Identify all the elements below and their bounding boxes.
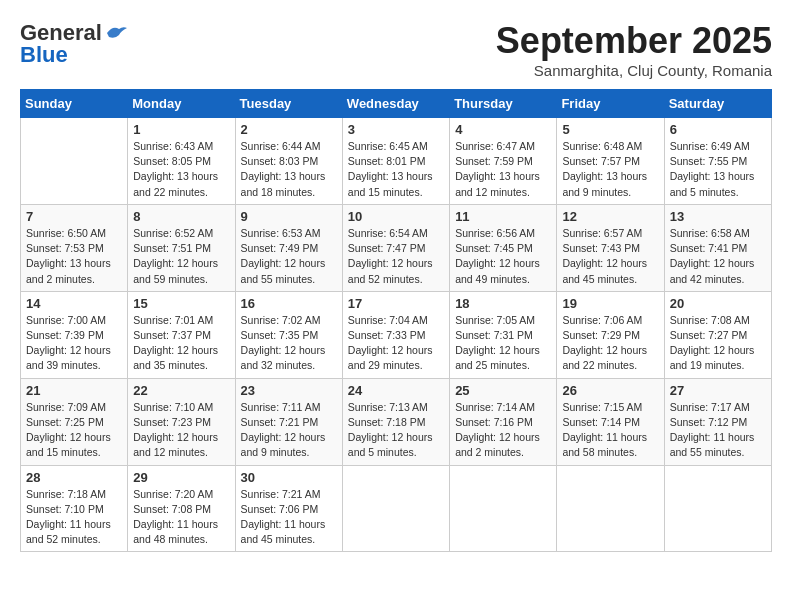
calendar-cell: 1Sunrise: 6:43 AMSunset: 8:05 PMDaylight…: [128, 118, 235, 205]
calendar-cell: 18Sunrise: 7:05 AMSunset: 7:31 PMDayligh…: [450, 291, 557, 378]
calendar-week-2: 7Sunrise: 6:50 AMSunset: 7:53 PMDaylight…: [21, 204, 772, 291]
calendar-cell: 20Sunrise: 7:08 AMSunset: 7:27 PMDayligh…: [664, 291, 771, 378]
calendar-cell: 23Sunrise: 7:11 AMSunset: 7:21 PMDayligh…: [235, 378, 342, 465]
day-number: 19: [562, 296, 658, 311]
calendar-cell: [342, 465, 449, 552]
day-info: Sunrise: 7:01 AMSunset: 7:37 PMDaylight:…: [133, 313, 229, 374]
calendar-cell: 11Sunrise: 6:56 AMSunset: 7:45 PMDayligh…: [450, 204, 557, 291]
day-info: Sunrise: 7:15 AMSunset: 7:14 PMDaylight:…: [562, 400, 658, 461]
day-info: Sunrise: 6:52 AMSunset: 7:51 PMDaylight:…: [133, 226, 229, 287]
weekday-header-monday: Monday: [128, 90, 235, 118]
calendar-table: SundayMondayTuesdayWednesdayThursdayFrid…: [20, 89, 772, 552]
day-info: Sunrise: 6:44 AMSunset: 8:03 PMDaylight:…: [241, 139, 337, 200]
calendar-week-4: 21Sunrise: 7:09 AMSunset: 7:25 PMDayligh…: [21, 378, 772, 465]
day-info: Sunrise: 7:18 AMSunset: 7:10 PMDaylight:…: [26, 487, 122, 548]
day-info: Sunrise: 7:13 AMSunset: 7:18 PMDaylight:…: [348, 400, 444, 461]
day-number: 9: [241, 209, 337, 224]
day-number: 21: [26, 383, 122, 398]
day-info: Sunrise: 6:48 AMSunset: 7:57 PMDaylight:…: [562, 139, 658, 200]
day-info: Sunrise: 7:14 AMSunset: 7:16 PMDaylight:…: [455, 400, 551, 461]
day-number: 13: [670, 209, 766, 224]
logo-blue-text: Blue: [20, 42, 68, 68]
day-info: Sunrise: 7:09 AMSunset: 7:25 PMDaylight:…: [26, 400, 122, 461]
day-number: 8: [133, 209, 229, 224]
day-info: Sunrise: 7:17 AMSunset: 7:12 PMDaylight:…: [670, 400, 766, 461]
day-info: Sunrise: 6:47 AMSunset: 7:59 PMDaylight:…: [455, 139, 551, 200]
day-info: Sunrise: 7:05 AMSunset: 7:31 PMDaylight:…: [455, 313, 551, 374]
day-info: Sunrise: 7:20 AMSunset: 7:08 PMDaylight:…: [133, 487, 229, 548]
day-number: 22: [133, 383, 229, 398]
calendar-cell: [557, 465, 664, 552]
day-number: 7: [26, 209, 122, 224]
day-number: 27: [670, 383, 766, 398]
calendar-cell: 19Sunrise: 7:06 AMSunset: 7:29 PMDayligh…: [557, 291, 664, 378]
calendar-cell: 9Sunrise: 6:53 AMSunset: 7:49 PMDaylight…: [235, 204, 342, 291]
day-info: Sunrise: 7:02 AMSunset: 7:35 PMDaylight:…: [241, 313, 337, 374]
day-number: 29: [133, 470, 229, 485]
calendar-cell: 28Sunrise: 7:18 AMSunset: 7:10 PMDayligh…: [21, 465, 128, 552]
logo: General Blue: [20, 20, 127, 68]
day-info: Sunrise: 6:50 AMSunset: 7:53 PMDaylight:…: [26, 226, 122, 287]
weekday-header-wednesday: Wednesday: [342, 90, 449, 118]
calendar-cell: 22Sunrise: 7:10 AMSunset: 7:23 PMDayligh…: [128, 378, 235, 465]
calendar-cell: 6Sunrise: 6:49 AMSunset: 7:55 PMDaylight…: [664, 118, 771, 205]
calendar-cell: 26Sunrise: 7:15 AMSunset: 7:14 PMDayligh…: [557, 378, 664, 465]
weekday-header-friday: Friday: [557, 90, 664, 118]
calendar-cell: 17Sunrise: 7:04 AMSunset: 7:33 PMDayligh…: [342, 291, 449, 378]
day-number: 14: [26, 296, 122, 311]
day-info: Sunrise: 7:04 AMSunset: 7:33 PMDaylight:…: [348, 313, 444, 374]
calendar-cell: 2Sunrise: 6:44 AMSunset: 8:03 PMDaylight…: [235, 118, 342, 205]
calendar-cell: 13Sunrise: 6:58 AMSunset: 7:41 PMDayligh…: [664, 204, 771, 291]
calendar-cell: 29Sunrise: 7:20 AMSunset: 7:08 PMDayligh…: [128, 465, 235, 552]
month-title: September 2025: [496, 20, 772, 62]
day-number: 20: [670, 296, 766, 311]
weekday-header-sunday: Sunday: [21, 90, 128, 118]
day-number: 17: [348, 296, 444, 311]
calendar-cell: 16Sunrise: 7:02 AMSunset: 7:35 PMDayligh…: [235, 291, 342, 378]
day-info: Sunrise: 7:10 AMSunset: 7:23 PMDaylight:…: [133, 400, 229, 461]
day-info: Sunrise: 6:56 AMSunset: 7:45 PMDaylight:…: [455, 226, 551, 287]
day-number: 5: [562, 122, 658, 137]
day-info: Sunrise: 6:43 AMSunset: 8:05 PMDaylight:…: [133, 139, 229, 200]
calendar-cell: 27Sunrise: 7:17 AMSunset: 7:12 PMDayligh…: [664, 378, 771, 465]
day-number: 23: [241, 383, 337, 398]
day-info: Sunrise: 6:49 AMSunset: 7:55 PMDaylight:…: [670, 139, 766, 200]
day-info: Sunrise: 7:08 AMSunset: 7:27 PMDaylight:…: [670, 313, 766, 374]
calendar-cell: 15Sunrise: 7:01 AMSunset: 7:37 PMDayligh…: [128, 291, 235, 378]
day-number: 15: [133, 296, 229, 311]
calendar-cell: 3Sunrise: 6:45 AMSunset: 8:01 PMDaylight…: [342, 118, 449, 205]
day-info: Sunrise: 7:11 AMSunset: 7:21 PMDaylight:…: [241, 400, 337, 461]
day-number: 3: [348, 122, 444, 137]
calendar-week-5: 28Sunrise: 7:18 AMSunset: 7:10 PMDayligh…: [21, 465, 772, 552]
day-info: Sunrise: 7:06 AMSunset: 7:29 PMDaylight:…: [562, 313, 658, 374]
day-number: 16: [241, 296, 337, 311]
day-info: Sunrise: 7:21 AMSunset: 7:06 PMDaylight:…: [241, 487, 337, 548]
calendar-cell: 21Sunrise: 7:09 AMSunset: 7:25 PMDayligh…: [21, 378, 128, 465]
day-number: 4: [455, 122, 551, 137]
calendar-cell: [21, 118, 128, 205]
calendar-cell: 14Sunrise: 7:00 AMSunset: 7:39 PMDayligh…: [21, 291, 128, 378]
page-header: General Blue September 2025 Sanmarghita,…: [20, 20, 772, 79]
day-number: 25: [455, 383, 551, 398]
calendar-cell: 24Sunrise: 7:13 AMSunset: 7:18 PMDayligh…: [342, 378, 449, 465]
day-info: Sunrise: 6:53 AMSunset: 7:49 PMDaylight:…: [241, 226, 337, 287]
calendar-cell: 8Sunrise: 6:52 AMSunset: 7:51 PMDaylight…: [128, 204, 235, 291]
day-number: 26: [562, 383, 658, 398]
day-number: 12: [562, 209, 658, 224]
logo-bird-icon: [105, 25, 127, 41]
title-block: September 2025 Sanmarghita, Cluj County,…: [496, 20, 772, 79]
location-subtitle: Sanmarghita, Cluj County, Romania: [496, 62, 772, 79]
day-info: Sunrise: 6:54 AMSunset: 7:47 PMDaylight:…: [348, 226, 444, 287]
weekday-header-saturday: Saturday: [664, 90, 771, 118]
calendar-cell: 12Sunrise: 6:57 AMSunset: 7:43 PMDayligh…: [557, 204, 664, 291]
calendar-cell: 4Sunrise: 6:47 AMSunset: 7:59 PMDaylight…: [450, 118, 557, 205]
calendar-week-3: 14Sunrise: 7:00 AMSunset: 7:39 PMDayligh…: [21, 291, 772, 378]
day-info: Sunrise: 6:57 AMSunset: 7:43 PMDaylight:…: [562, 226, 658, 287]
day-number: 6: [670, 122, 766, 137]
day-info: Sunrise: 6:58 AMSunset: 7:41 PMDaylight:…: [670, 226, 766, 287]
day-number: 18: [455, 296, 551, 311]
calendar-cell: 7Sunrise: 6:50 AMSunset: 7:53 PMDaylight…: [21, 204, 128, 291]
day-info: Sunrise: 6:45 AMSunset: 8:01 PMDaylight:…: [348, 139, 444, 200]
day-number: 1: [133, 122, 229, 137]
day-number: 28: [26, 470, 122, 485]
